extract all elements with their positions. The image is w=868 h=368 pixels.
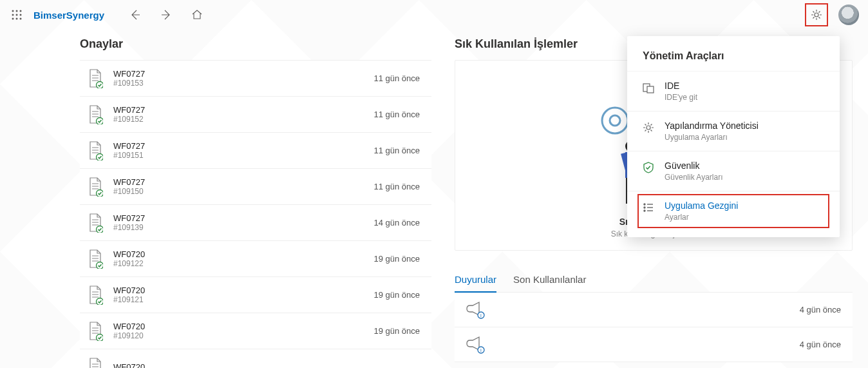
approval-row[interactable]: WF0727 #109153 11 gün önce: [80, 61, 431, 97]
approval-time: 11 gün önce: [373, 182, 420, 191]
svg-point-41: [97, 334, 104, 341]
back-button[interactable]: [122, 2, 148, 28]
document-check-icon: [88, 141, 103, 160]
megaphone-info-icon: i: [462, 336, 487, 354]
approval-row[interactable]: WF0720 #109120 19 gün önce: [80, 313, 431, 349]
svg-point-4: [16, 14, 18, 16]
approval-row[interactable]: WF0720: [80, 349, 431, 368]
svg-point-33: [97, 262, 104, 269]
approval-title: WF0720: [113, 286, 373, 295]
announcements-list: i 4 gün öncei 4 gün önce: [455, 293, 853, 362]
popover-item-title: IDE: [665, 81, 697, 91]
forward-button[interactable]: [153, 2, 179, 28]
popover-item-sub: IDE'ye git: [665, 93, 697, 102]
svg-point-6: [12, 18, 14, 20]
approval-title: WF0727: [113, 213, 373, 223]
popover-item-shield[interactable]: Güvenlik Güvenlik Ayarları: [627, 151, 840, 191]
approval-id: #109139: [113, 223, 373, 232]
announcement-time: 4 gün önce: [800, 305, 841, 315]
document-check-icon: [88, 322, 103, 341]
approval-row[interactable]: WF0727 #109151 11 gün önce: [80, 133, 431, 169]
approval-title: WF0727: [113, 177, 373, 187]
popover-item-title: Uygulama Gezgini: [665, 200, 738, 211]
approval-id: #109150: [113, 187, 373, 196]
gear-icon: [641, 121, 656, 134]
svg-point-46: [602, 108, 628, 133]
approval-row[interactable]: WF0727 #109150 11 gün önce: [80, 169, 431, 205]
svg-point-5: [20, 14, 22, 16]
apps-icon[interactable]: [4, 2, 30, 28]
svg-point-29: [97, 226, 104, 233]
approval-id: #109122: [113, 259, 373, 268]
popover-item-sub: Ayarlar: [665, 213, 738, 222]
document-check-icon: [88, 105, 103, 124]
approval-title: WF0727: [113, 105, 373, 115]
admin-tools-popover: Yönetim Araçları IDE IDE'ye git Yapıland…: [627, 36, 840, 237]
megaphone-info-icon: i: [462, 301, 487, 319]
approvals-title: Onaylar: [80, 37, 431, 51]
approval-id: #109153: [113, 79, 373, 88]
approval-time: 11 gün önce: [373, 146, 420, 155]
document-check-icon: [88, 213, 103, 233]
svg-text:i: i: [480, 347, 482, 353]
popover-item-gear[interactable]: Yapılandırma Yöneticisi Uygulama Ayarlar…: [627, 111, 840, 151]
approval-id: #109121: [113, 295, 373, 304]
list-icon: [641, 200, 656, 214]
popover-item-ide[interactable]: IDE IDE'ye git: [627, 71, 840, 111]
brand-label: BimserSynergy: [33, 10, 104, 21]
popover-item-sub: Güvenlik Ayarları: [665, 173, 723, 182]
svg-text:i: i: [480, 313, 482, 318]
popover-item-title: Güvenlik: [665, 160, 723, 171]
approval-row[interactable]: WF0720 #109122 19 gün önce: [80, 241, 431, 277]
approval-id: #109152: [113, 115, 373, 124]
approval-time: 14 gün önce: [373, 218, 420, 228]
approval-row[interactable]: WF0727 #109152 11 gün önce: [80, 97, 431, 133]
svg-point-8: [20, 18, 22, 20]
approval-row[interactable]: WF0720 #109121 19 gün önce: [80, 277, 431, 313]
approval-time: 19 gün önce: [373, 290, 420, 300]
svg-point-74: [644, 210, 645, 211]
svg-point-69: [646, 126, 650, 130]
tab-recents[interactable]: Son Kullanılanlar: [513, 269, 586, 292]
settings-button[interactable]: [805, 3, 828, 26]
svg-point-25: [97, 189, 104, 197]
approval-title: WF0720: [113, 322, 373, 331]
announcement-row[interactable]: i 4 gün önce: [455, 293, 853, 327]
approval-title: WF0727: [113, 69, 373, 79]
avatar[interactable]: [838, 5, 859, 25]
tab-announcements[interactable]: Duyurular: [455, 269, 496, 293]
svg-point-70: [644, 204, 645, 205]
popover-item-sub: Uygulama Ayarları: [665, 133, 759, 142]
svg-point-37: [97, 298, 104, 305]
svg-rect-68: [647, 86, 654, 93]
approval-id: #109120: [113, 331, 373, 340]
header: BimserSynergy: [0, 0, 868, 30]
svg-point-72: [644, 207, 645, 208]
announcement-row[interactable]: i 4 gün önce: [455, 327, 853, 362]
document-check-icon: [88, 249, 103, 269]
svg-point-21: [97, 153, 104, 160]
document-check-icon: [88, 69, 103, 88]
ide-icon: [641, 81, 656, 94]
approval-title: WF0720: [113, 362, 420, 368]
approval-title: WF0720: [113, 249, 373, 259]
svg-point-0: [12, 10, 14, 12]
approval-row[interactable]: WF0727 #109139 14 gün önce: [80, 205, 431, 241]
svg-point-13: [97, 81, 104, 88]
popover-item-title: Yapılandırma Yöneticisi: [665, 121, 759, 131]
document-check-icon: [88, 177, 103, 197]
approval-title: WF0727: [113, 141, 373, 151]
home-button[interactable]: [184, 2, 210, 28]
approval-time: 11 gün önce: [373, 73, 420, 83]
tabs: Duyurular Son Kullanılanlar: [455, 269, 853, 293]
svg-point-47: [610, 115, 620, 126]
popover-item-list[interactable]: Uygulama Gezgini Ayarlar: [627, 191, 840, 231]
approval-time: 19 gün önce: [373, 254, 420, 264]
approval-time: 19 gün önce: [373, 326, 420, 336]
svg-point-2: [20, 10, 22, 12]
approvals-list: WF0727 #109153 11 gün önce WF0727 #10915…: [80, 60, 431, 368]
shield-icon: [641, 160, 656, 174]
svg-point-3: [12, 14, 14, 16]
popover-title: Yönetim Araçları: [627, 36, 840, 71]
approval-time: 11 gün önce: [373, 110, 420, 119]
